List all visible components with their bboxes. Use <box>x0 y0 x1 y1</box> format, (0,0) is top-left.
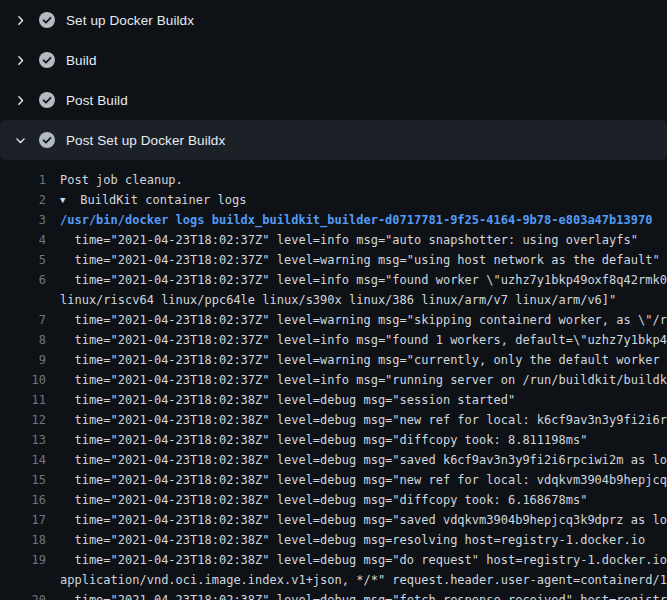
step-section: Post Build <box>0 80 667 120</box>
line-number[interactable]: 12 <box>0 410 46 430</box>
line-number[interactable]: 8 <box>0 330 46 350</box>
line-text: time="2021-04-23T18:02:37Z" level=warnin… <box>60 350 667 370</box>
line-text: time="2021-04-23T18:02:37Z" level=info m… <box>60 370 667 390</box>
step-title: Build <box>66 53 97 68</box>
log-line[interactable]: 2 ▼ BuildKit container logs <box>0 190 667 210</box>
log-line[interactable]: 17 time="2021-04-23T18:02:38Z" level=deb… <box>0 510 667 530</box>
log-line[interactable]: 14 time="2021-04-23T18:02:38Z" level=deb… <box>0 450 667 470</box>
line-text: time="2021-04-23T18:02:38Z" level=debug … <box>60 510 667 530</box>
log-line[interactable]: 10 time="2021-04-23T18:02:37Z" level=inf… <box>0 370 667 390</box>
check-circle-icon <box>39 12 55 28</box>
log-line[interactable]: 5 time="2021-04-23T18:02:37Z" level=warn… <box>0 250 667 270</box>
step-header[interactable]: Post Build <box>0 80 667 120</box>
line-number[interactable]: 13 <box>0 430 46 450</box>
line-number[interactable]: 3 <box>0 210 46 230</box>
line-text: time="2021-04-23T18:02:38Z" level=debug … <box>60 530 667 550</box>
chevron-right-icon[interactable] <box>12 52 28 68</box>
line-text: Post job cleanup. <box>60 170 667 190</box>
step-title: Post Set up Docker Buildx <box>66 133 225 148</box>
step-title: Post Build <box>66 93 128 108</box>
line-text: ▼ BuildKit container logs <box>60 190 667 210</box>
line-number[interactable]: 17 <box>0 510 46 530</box>
line-text: time="2021-04-23T18:02:38Z" level=debug … <box>60 470 667 490</box>
log-line[interactable]: 15 time="2021-04-23T18:02:38Z" level=deb… <box>0 470 667 490</box>
log-line[interactable]: 20 time="2021-04-23T18:02:38Z" level=deb… <box>0 590 667 600</box>
log-line[interactable]: 11 time="2021-04-23T18:02:38Z" level=deb… <box>0 390 667 410</box>
line-text: /usr/bin/docker logs buildx_buildkit_bui… <box>60 210 667 230</box>
log-line[interactable]: 8 time="2021-04-23T18:02:37Z" level=info… <box>0 330 667 350</box>
line-number[interactable]: 11 <box>0 390 46 410</box>
line-text: time="2021-04-23T18:02:37Z" level=info m… <box>60 270 667 290</box>
log-line[interactable]: 16 time="2021-04-23T18:02:38Z" level=deb… <box>0 490 667 510</box>
step-section: Post Set up Docker Buildx 1 Post job cle… <box>0 120 667 600</box>
step-section: Set up Docker Buildx <box>0 0 667 40</box>
step-title: Set up Docker Buildx <box>66 13 194 28</box>
log-line[interactable]: 3 /usr/bin/docker logs buildx_buildkit_b… <box>0 210 667 230</box>
line-number[interactable]: 10 <box>0 370 46 390</box>
line-text: time="2021-04-23T18:02:37Z" level=warnin… <box>60 310 667 330</box>
log-line[interactable]: 13 time="2021-04-23T18:02:38Z" level=deb… <box>0 430 667 450</box>
step-log-body: 1 Post job cleanup. 2 ▼ BuildKit contain… <box>0 160 667 600</box>
line-number[interactable]: 6 <box>0 270 46 290</box>
line-text: time="2021-04-23T18:02:38Z" level=debug … <box>60 430 667 450</box>
step-sections: Set up Docker Buildx Build <box>0 0 667 600</box>
line-number[interactable]: 16 <box>0 490 46 510</box>
line-number[interactable]: 9 <box>0 350 46 370</box>
step-section: Build <box>0 40 667 80</box>
actions-log-viewer: Set up Docker Buildx Build <box>0 0 667 600</box>
chevron-right-icon[interactable] <box>12 92 28 108</box>
log-line[interactable]: 1 Post job cleanup. <box>0 170 667 190</box>
check-circle-icon <box>39 52 55 68</box>
line-text: time="2021-04-23T18:02:37Z" level=warnin… <box>60 250 667 270</box>
line-number[interactable]: 20 <box>0 590 46 600</box>
log-line[interactable]: linux/riscv64 linux/ppc64le linux/s390x … <box>0 290 667 310</box>
line-number[interactable]: 7 <box>0 310 46 330</box>
line-number[interactable]: 1 <box>0 170 46 190</box>
group-toggle-icon[interactable]: ▼ <box>60 190 73 210</box>
log-line[interactable]: 4 time="2021-04-23T18:02:37Z" level=info… <box>0 230 667 250</box>
line-text: time="2021-04-23T18:02:38Z" level=debug … <box>60 410 667 430</box>
line-number[interactable]: 14 <box>0 450 46 470</box>
line-text: time="2021-04-23T18:02:37Z" level=info m… <box>60 230 667 250</box>
line-text: application/vnd.oci.image.index.v1+json,… <box>60 570 667 590</box>
line-text: time="2021-04-23T18:02:38Z" level=debug … <box>60 590 667 600</box>
step-header[interactable]: Build <box>0 40 667 80</box>
check-circle-icon <box>39 132 55 148</box>
log-line[interactable]: application/vnd.oci.image.index.v1+json,… <box>0 570 667 590</box>
log-line[interactable]: 6 time="2021-04-23T18:02:37Z" level=info… <box>0 270 667 290</box>
line-text: time="2021-04-23T18:02:38Z" level=debug … <box>60 450 667 470</box>
line-number[interactable]: 19 <box>0 550 46 570</box>
line-number[interactable]: 15 <box>0 470 46 490</box>
log-line[interactable]: 18 time="2021-04-23T18:02:38Z" level=deb… <box>0 530 667 550</box>
line-number[interactable]: 5 <box>0 250 46 270</box>
log-line[interactable]: 19 time="2021-04-23T18:02:38Z" level=deb… <box>0 550 667 570</box>
check-circle-icon <box>39 92 55 108</box>
line-text: time="2021-04-23T18:02:38Z" level=debug … <box>60 390 667 410</box>
step-header[interactable]: Set up Docker Buildx <box>0 0 667 40</box>
line-number[interactable]: 2 <box>0 190 46 210</box>
line-text: linux/riscv64 linux/ppc64le linux/s390x … <box>60 290 667 310</box>
log-line[interactable]: 7 time="2021-04-23T18:02:37Z" level=warn… <box>0 310 667 330</box>
chevron-down-icon[interactable] <box>12 132 28 148</box>
line-number[interactable] <box>0 290 46 310</box>
line-number[interactable] <box>0 570 46 590</box>
line-text: time="2021-04-23T18:02:38Z" level=debug … <box>60 550 667 570</box>
log-line[interactable]: 9 time="2021-04-23T18:02:37Z" level=warn… <box>0 350 667 370</box>
line-number[interactable]: 18 <box>0 530 46 550</box>
log-line[interactable]: 12 time="2021-04-23T18:02:38Z" level=deb… <box>0 410 667 430</box>
line-text: time="2021-04-23T18:02:37Z" level=info m… <box>60 330 667 350</box>
step-header[interactable]: Post Set up Docker Buildx <box>0 120 667 160</box>
chevron-right-icon[interactable] <box>12 12 28 28</box>
line-text: time="2021-04-23T18:02:38Z" level=debug … <box>60 490 667 510</box>
line-number[interactable]: 4 <box>0 230 46 250</box>
